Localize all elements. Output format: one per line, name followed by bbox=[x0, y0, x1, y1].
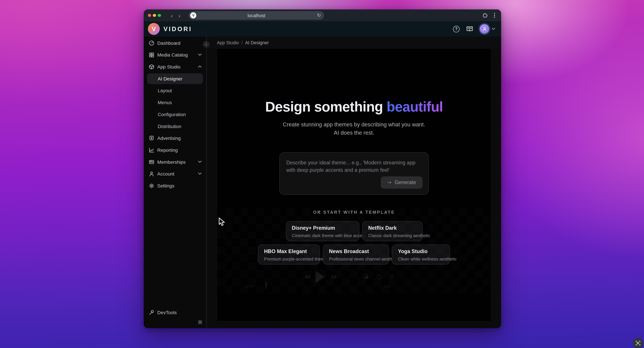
sidebar-item-memberships[interactable]: Memberships bbox=[144, 156, 206, 168]
template-card-disney-premium[interactable]: Disney+ Premium Cinematic dark theme wit… bbox=[286, 221, 359, 241]
sidebar-item-ai-designer[interactable]: AI Designer bbox=[144, 73, 206, 84]
sidebar-item-advertising[interactable]: Advertising bbox=[144, 132, 206, 144]
browser-forward-button[interactable]: › bbox=[177, 12, 182, 18]
extensions-icon[interactable] bbox=[482, 12, 487, 18]
page-title: Design something beautiful bbox=[217, 99, 491, 115]
gear-icon bbox=[148, 183, 154, 188]
rewind-icon bbox=[304, 274, 310, 279]
browser-menu-icon[interactable] bbox=[494, 15, 495, 16]
template-section-label: OR START WITH A TEMPLATE bbox=[217, 210, 491, 214]
ghost-time-end: 0:00 bbox=[384, 284, 391, 288]
app-header: V VIDORI ? bbox=[144, 21, 501, 36]
fast-forward-icon bbox=[332, 274, 337, 279]
chart-line-icon bbox=[148, 147, 154, 153]
chevron-down-icon bbox=[198, 53, 202, 56]
sidebar-item-account[interactable]: Account bbox=[144, 168, 206, 180]
ghost-chevrons-icon bbox=[389, 274, 394, 279]
template-card-yoga-studio[interactable]: Yoga Studio Clean white wellness aesthet… bbox=[392, 244, 450, 265]
reload-icon[interactable]: ↻ bbox=[317, 13, 321, 18]
template-card-netflix-dark[interactable]: Netflix Dark Classic dark streaming aest… bbox=[362, 221, 422, 241]
traffic-lights bbox=[148, 14, 163, 17]
url-bar[interactable]: V localhost ↻ bbox=[189, 11, 324, 20]
close-window-button[interactable] bbox=[148, 14, 151, 17]
sidebar-item-devtools[interactable]: DevTools bbox=[144, 307, 206, 318]
mouse-cursor bbox=[218, 217, 226, 227]
arrow-right-icon: → bbox=[387, 180, 392, 185]
membership-card-icon bbox=[148, 159, 154, 165]
sidebar-item-distribution[interactable]: Distribution bbox=[144, 120, 206, 132]
ghost-media-player: 00:00 bbox=[244, 270, 394, 296]
ad-badge-icon bbox=[148, 135, 154, 141]
ghost-lock-icon bbox=[376, 273, 382, 279]
ghost-pip-icon bbox=[362, 274, 368, 279]
command-shortcut-icon[interactable]: ⌘ bbox=[198, 320, 202, 325]
url-text: localhost bbox=[189, 13, 324, 18]
chevron-down-icon bbox=[198, 160, 202, 163]
breadcrumb-ai-designer: AI Designer bbox=[245, 40, 269, 45]
template-card-news-broadcast[interactable]: News Broadcast Professional news channel… bbox=[323, 244, 389, 265]
sidebar-item-media-catalog[interactable]: Media Catalog bbox=[144, 49, 206, 61]
breadcrumb: App Studio / AI Designer bbox=[206, 36, 501, 49]
main-area: App Studio / AI Designer Design somethin… bbox=[206, 36, 501, 328]
chevron-down-icon bbox=[198, 172, 202, 175]
template-card-hbo-max-elegant[interactable]: HBO Max Elegant Premium purple-accented … bbox=[258, 244, 320, 265]
breadcrumb-separator: / bbox=[242, 40, 243, 45]
browser-chrome: ‹ › V localhost ↻ bbox=[144, 9, 501, 21]
ghost-progress-cursor bbox=[266, 282, 266, 289]
page-subtitle: Create stunning app themes by describing… bbox=[217, 121, 491, 137]
desktop: ‹ › V localhost ↻ V VIDORI bbox=[0, 0, 644, 348]
docs-book-icon[interactable] bbox=[466, 26, 474, 32]
sidebar-collapse-button[interactable]: ‹ bbox=[203, 41, 210, 48]
ghost-time-start: 00:00 bbox=[245, 284, 254, 288]
page-title-accent: beautiful bbox=[386, 99, 443, 114]
sidebar: ‹ Dashboard bbox=[144, 36, 206, 328]
account-menu[interactable] bbox=[480, 24, 496, 34]
sidebar-item-menus[interactable]: Menus bbox=[144, 96, 206, 108]
scan-text-icon bbox=[636, 341, 641, 346]
maximize-window-button[interactable] bbox=[158, 14, 161, 17]
theme-prompt-box: → Generate bbox=[279, 152, 429, 195]
sidebar-item-configuration[interactable]: Configuration bbox=[144, 108, 206, 120]
sidebar-item-reporting[interactable]: Reporting bbox=[144, 144, 206, 156]
cube-icon bbox=[148, 64, 154, 69]
person-icon bbox=[148, 171, 154, 176]
browser-window: ‹ › V localhost ↻ V VIDORI bbox=[144, 9, 501, 328]
grid-icon bbox=[148, 52, 154, 58]
sidebar-item-layout[interactable]: Layout bbox=[144, 84, 206, 96]
help-icon[interactable]: ? bbox=[453, 25, 460, 32]
play-icon bbox=[315, 271, 325, 283]
hammer-icon bbox=[148, 310, 154, 315]
sidebar-item-dashboard[interactable]: Dashboard bbox=[144, 37, 206, 49]
screen-reader-widget[interactable] bbox=[633, 338, 643, 348]
designer-canvas: Design something beautiful Create stunni… bbox=[217, 49, 491, 321]
generate-button[interactable]: → Generate bbox=[381, 176, 422, 189]
chevron-up-icon bbox=[198, 65, 202, 68]
breadcrumb-app-studio[interactable]: App Studio bbox=[217, 40, 239, 45]
vidori-logo[interactable]: V bbox=[148, 23, 160, 35]
sidebar-item-app-studio[interactable]: App Studio bbox=[144, 61, 206, 73]
brand-name: VIDORI bbox=[164, 25, 192, 32]
minimize-window-button[interactable] bbox=[153, 14, 156, 17]
browser-back-button[interactable]: ‹ bbox=[169, 12, 174, 18]
chevron-down-icon bbox=[492, 27, 496, 30]
dashboard-icon bbox=[148, 40, 154, 46]
sidebar-item-settings[interactable]: Settings bbox=[144, 180, 206, 192]
avatar bbox=[480, 24, 489, 34]
